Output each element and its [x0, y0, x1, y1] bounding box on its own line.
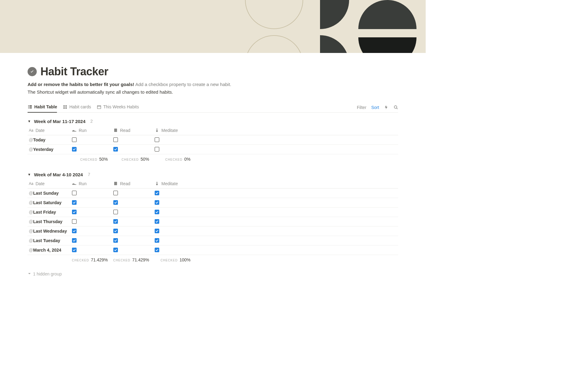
table-row[interactable]: @Today [28, 135, 398, 145]
table-header: AaDateRunReadMeditate [28, 126, 398, 135]
column-date: Date [36, 181, 45, 186]
search-icon[interactable] [394, 105, 398, 110]
habit-checkbox[interactable] [155, 191, 159, 195]
board-icon [62, 104, 67, 109]
tab-habit-cards[interactable]: Habit cards [62, 103, 91, 112]
tab-this-weeks-habits[interactable]: This Weeks Habits [96, 103, 139, 112]
summary-row: Checked50%Checked50%Checked0% [28, 154, 398, 166]
date-cell: @Last Sunday [28, 191, 72, 196]
habit-checkbox[interactable] [113, 200, 118, 205]
table-row[interactable]: @Last Thursday [28, 217, 398, 227]
filter-button[interactable]: Filter [357, 105, 366, 110]
habit-checkbox[interactable] [155, 238, 159, 243]
table-group: ▼Week of Mar 4-10 20247AaDateRunReadMedi… [28, 170, 398, 267]
table-group: ▼Week of Mar 11-17 20242AaDateRunReadMed… [28, 117, 398, 166]
svg-rect-4 [28, 108, 29, 108]
habit-checkbox[interactable] [72, 229, 77, 233]
habit-checkbox[interactable] [72, 137, 77, 142]
column-meditate: Meditate [161, 128, 178, 133]
person-icon [155, 128, 159, 132]
page-cover [0, 0, 426, 53]
shoe-icon [72, 129, 77, 132]
svg-line-13 [397, 108, 398, 109]
column-meditate: Meditate [161, 181, 178, 186]
habit-checkbox[interactable] [113, 147, 118, 152]
group-count: 7 [88, 172, 90, 177]
svg-rect-6 [63, 105, 65, 107]
habit-checkbox[interactable] [113, 219, 118, 224]
list-icon [28, 104, 32, 109]
column-run: Run [79, 128, 87, 133]
column-read: Read [120, 128, 130, 133]
svg-rect-1 [29, 105, 32, 106]
calendar-icon [96, 104, 101, 109]
group-header[interactable]: ▼Week of Mar 4-10 20247 [28, 170, 398, 179]
table-row[interactable]: @Last Wednesday [28, 227, 398, 236]
svg-rect-3 [29, 107, 32, 107]
habit-checkbox[interactable] [155, 147, 159, 152]
svg-point-12 [394, 106, 397, 108]
habit-checkbox[interactable] [72, 200, 77, 205]
chevron-down-icon [28, 272, 31, 276]
date-cell: @Today [28, 137, 72, 142]
svg-rect-16 [114, 182, 117, 185]
group-title: Week of Mar 11-17 2024 [34, 119, 85, 124]
shoe-icon [72, 182, 77, 185]
group-toggle-icon[interactable]: ▼ [28, 119, 31, 123]
group-count: 2 [90, 119, 93, 124]
svg-rect-5 [29, 108, 32, 108]
table-row[interactable]: @Yesterday [28, 145, 398, 154]
table-row[interactable]: @Last Friday [28, 208, 398, 217]
book-icon [113, 128, 118, 132]
date-cell: @Last Saturday [28, 200, 72, 205]
habit-checkbox[interactable] [113, 229, 118, 233]
habit-checkbox[interactable] [72, 210, 77, 214]
habit-checkbox[interactable] [113, 238, 118, 243]
habit-checkbox[interactable] [155, 219, 159, 224]
date-cell: @Last Friday [28, 210, 72, 215]
svg-rect-9 [65, 107, 67, 109]
date-cell: @March 4, 2024 [28, 248, 72, 253]
group-header[interactable]: ▼Week of Mar 11-17 20242 [28, 117, 398, 126]
svg-rect-2 [28, 107, 29, 107]
column-date: Date [36, 128, 45, 133]
text-icon: Aa [29, 182, 33, 186]
habit-checkbox[interactable] [113, 248, 118, 252]
habit-checkbox[interactable] [72, 238, 77, 243]
cover-art [242, 0, 426, 53]
column-read: Read [120, 181, 130, 186]
habit-checkbox[interactable] [113, 210, 118, 214]
svg-rect-8 [63, 107, 65, 109]
svg-rect-10 [97, 105, 101, 108]
habit-checkbox[interactable] [155, 137, 159, 142]
habit-checkbox[interactable] [113, 137, 118, 142]
habit-checkbox[interactable] [155, 200, 159, 205]
habit-checkbox[interactable] [155, 248, 159, 252]
svg-rect-0 [28, 105, 29, 106]
sort-button[interactable]: Sort [371, 105, 379, 110]
automations-icon[interactable] [384, 105, 389, 110]
svg-point-17 [156, 182, 158, 183]
habit-checkbox[interactable] [72, 191, 77, 195]
table-row[interactable]: @Last Saturday [28, 198, 398, 208]
svg-point-15 [156, 129, 158, 130]
book-icon [113, 182, 118, 185]
tab-habit-table[interactable]: Habit Table [28, 103, 57, 113]
table-row[interactable]: @Last Tuesday [28, 236, 398, 245]
page-subtitle-2: The Shortcut widget will automatically s… [28, 89, 398, 95]
svg-rect-7 [65, 105, 67, 107]
summary-row: Checked71.429%Checked71.429%Checked100% [28, 255, 398, 267]
habit-checkbox[interactable] [72, 219, 77, 224]
habit-checkbox[interactable] [72, 248, 77, 252]
group-toggle-icon[interactable]: ▼ [28, 173, 31, 176]
table-row[interactable]: @Last Sunday [28, 189, 398, 198]
table-row[interactable]: @March 4, 2024 [28, 245, 398, 255]
habit-checkbox[interactable] [113, 191, 118, 195]
habit-checkbox[interactable] [155, 229, 159, 233]
habit-checkbox[interactable] [155, 210, 159, 214]
person-icon [155, 182, 159, 185]
hidden-groups-toggle[interactable]: 1 hidden group [28, 270, 398, 278]
page-icon-check-circle [28, 67, 37, 76]
habit-checkbox[interactable] [72, 147, 77, 152]
table-header: AaDateRunReadMeditate [28, 179, 398, 189]
